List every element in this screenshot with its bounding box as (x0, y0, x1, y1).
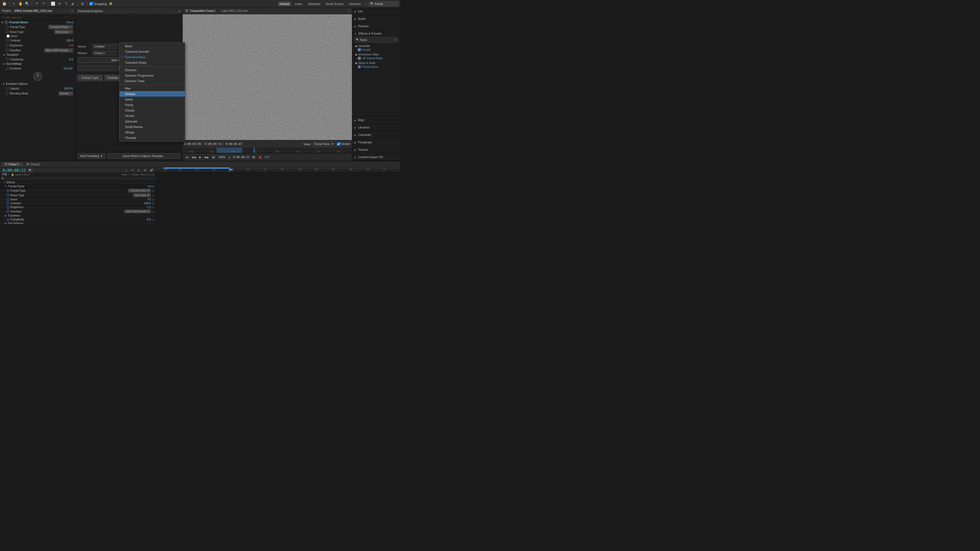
tl-brightness-value[interactable]: 0.0 (147, 206, 151, 209)
transform-section[interactable]: ▶ Transform (0, 53, 75, 57)
libraries-title[interactable]: ▶ Libraries (355, 125, 398, 130)
dropdown-item-cloudy[interactable]: Cloudy (119, 108, 185, 113)
evolution-options-section[interactable]: ▶ Evolution Options (0, 82, 75, 86)
workspace-default[interactable]: Default (278, 2, 291, 6)
dropdown-item-dynamic-twist[interactable]: Dynamic Twist (119, 78, 185, 84)
dropdown-item-turbulent-sharp[interactable]: Turbulent Sharp (119, 60, 185, 65)
project-tab[interactable]: Project (2, 10, 11, 12)
bottom-ruler-playhead[interactable] (229, 167, 230, 172)
info-title[interactable]: ▶ Info (355, 9, 398, 14)
frame-back-icon[interactable]: ◀◀ (191, 154, 196, 160)
evolution-value[interactable]: 0x+0.0° (64, 67, 73, 70)
search-input[interactable] (375, 2, 397, 5)
workspace-small-screen[interactable]: Small Screen (324, 2, 345, 6)
tl-overflow-dropdown[interactable]: Allow HDR Results ▼ (124, 210, 151, 213)
eg-menu-icon[interactable]: ≡ (178, 10, 180, 13)
marker-icon[interactable]: 🔖 (258, 154, 263, 160)
dropdown-item-turbulent-smooth[interactable]: Turbulent Smooth (119, 49, 185, 54)
paragraph-title[interactable]: ▶ Paragraph (355, 140, 398, 144)
layer-tab[interactable]: Layer IMG_1431.mov (222, 10, 248, 12)
contrast-value[interactable]: 100.0 (66, 39, 73, 42)
dropdown-item-strings[interactable]: Strings (119, 130, 185, 135)
generate-group-header[interactable]: ▶ Generate (355, 44, 398, 48)
comp2-tab[interactable]: 🎬 Comp 2 (24, 162, 42, 167)
type-tool-icon[interactable]: T (64, 1, 69, 6)
comp-tab[interactable]: Composition Comp 1 (190, 10, 215, 12)
complexity-value[interactable]: 6.0 (69, 58, 73, 61)
noise-type-dropdown[interactable]: Soft Linear ▼ (54, 30, 73, 34)
camera-icon[interactable]: 📷 (251, 154, 256, 160)
tl-fractal-type-dropdown[interactable]: Turbulent Basic ▼ (128, 189, 151, 192)
tracker-title[interactable]: ▶ Tracker (355, 147, 398, 152)
render-checkbox[interactable] (337, 142, 340, 146)
add-formatting-button[interactable]: Add Formatting ▼ (78, 154, 105, 159)
dropdown-item-swirly[interactable]: Swirly (119, 97, 185, 102)
timeline-tool-4[interactable]: ⊞ (142, 167, 148, 173)
timeline-tool-5[interactable]: 🔗 (149, 167, 154, 173)
dropdown-item-threads[interactable]: Threads (119, 135, 185, 141)
mute-icon[interactable]: 🔊 (211, 154, 216, 160)
comp1-menu[interactable]: ≡ (19, 163, 21, 166)
zoom-tool-icon[interactable]: 🔍 (24, 1, 30, 6)
dropdown-item-rocky[interactable]: Rocky (119, 102, 185, 108)
immersive-video-group-header[interactable]: ▶ Immersive Video (355, 53, 398, 56)
redo-icon[interactable]: ↷ (41, 1, 46, 6)
dropdown-item-dynamic-progressive[interactable]: Dynamic Progressive (119, 73, 185, 78)
fractal-item[interactable]: fx Fractal (355, 48, 398, 52)
time-display[interactable]: 0;00;08;12 (2, 167, 27, 173)
tl-sub-settings-row[interactable]: ▶ Sub Settings (0, 222, 156, 224)
puppet-tool-icon[interactable]: ⊕ (80, 1, 85, 6)
pen-tool-icon[interactable]: ✒ (57, 1, 62, 6)
vr-fractal-noise-item[interactable]: fx VR Fractal Noise (355, 56, 398, 60)
tl-complexity-value[interactable]: 6.0 (147, 218, 151, 221)
content-aware-fill-title[interactable]: ▶ Content-Aware Fill (355, 154, 398, 159)
reset-button[interactable]: Reset (67, 21, 74, 24)
tl-sub-settings-expand[interactable]: ▶ (5, 222, 6, 224)
home-icon[interactable]: 🏠 (2, 1, 7, 6)
dropdown-item-dynamic[interactable]: Dynamic (119, 67, 185, 73)
magnet-icon[interactable]: ⚡ (108, 1, 113, 6)
align-title[interactable]: ▶ Align (355, 118, 398, 122)
dropdown-item-small-bumps[interactable]: Small Bumps (119, 124, 185, 130)
character-title[interactable]: ▶ Character (355, 132, 398, 137)
frame-forward-icon[interactable]: ▶▶ (204, 154, 210, 160)
shape-tool-icon[interactable]: ⬜ (50, 1, 56, 6)
overflow-dropdown[interactable]: Allow HDR Results ▼ (44, 48, 73, 52)
play-stop-icon[interactable]: ▶ (197, 154, 203, 160)
clear-search-icon[interactable]: × (394, 38, 396, 42)
fractal-noise-reset[interactable]: Reset (148, 185, 154, 188)
comp1-tab[interactable]: 🎬 Comp 1 ≡ (2, 162, 23, 167)
arrow-tool-icon[interactable]: ↖ (11, 1, 17, 6)
invert-checkbox[interactable] (6, 35, 10, 38)
effects-presets-title[interactable]: ▼ Effects & Presets (355, 31, 398, 36)
tl-transform-row[interactable]: ▶ Transform (0, 214, 156, 218)
timeline-tool-1[interactable]: ⬡ (123, 167, 129, 173)
clock-icon[interactable]: 🔍 (28, 168, 33, 173)
effect-controls-tab[interactable]: Effect Controls IMG_1431.mov (15, 10, 52, 12)
view-dropdown[interactable]: Fractal Noise ▼ (312, 142, 336, 146)
dropdown-item-turbulent-basic[interactable]: Turbulent Basic (119, 54, 185, 60)
dropdown-item-max[interactable]: Max (119, 86, 185, 91)
tl-contrast-value[interactable]: 100.0 (144, 202, 151, 205)
tl-transform-expand[interactable]: ▶ (5, 214, 6, 217)
tl-noise-type-dropdown[interactable]: Soft Linear ▼ (133, 193, 151, 197)
effects-search-input[interactable] (360, 38, 393, 41)
workspace-standard[interactable]: Standard (306, 2, 322, 6)
effects-expand-icon[interactable]: ▼ (3, 181, 5, 184)
fractal-noise-expand-icon[interactable]: ▼ (5, 185, 7, 187)
fractal-noise-item[interactable]: fx Fractal Noise (355, 65, 398, 68)
play-beginning-icon[interactable]: ⏮ (185, 154, 190, 160)
dropdown-item-terrain[interactable]: Terrain (119, 113, 185, 119)
evolution-dial[interactable] (33, 72, 42, 81)
workspace-learn[interactable]: Learn (293, 2, 304, 6)
brush-tool-icon[interactable]: 🖌 (70, 1, 76, 6)
blending-mode-dropdown[interactable]: Normal ▼ (59, 91, 73, 95)
workspace-libraries[interactable]: Libraries (348, 2, 363, 6)
dropdown-item-basic[interactable]: Basic (119, 43, 185, 49)
comp-menu[interactable]: ≡ (348, 10, 350, 12)
export-button[interactable]: Export Motion Graphics Template... (107, 154, 180, 159)
zoom-fit-icon[interactable]: ⊡ (227, 154, 232, 160)
hand-tool-icon[interactable]: ✋ (18, 1, 23, 6)
tl-invert-value[interactable]: Off (147, 198, 151, 201)
timeline-tool-2[interactable]: ⟲ (130, 167, 135, 173)
